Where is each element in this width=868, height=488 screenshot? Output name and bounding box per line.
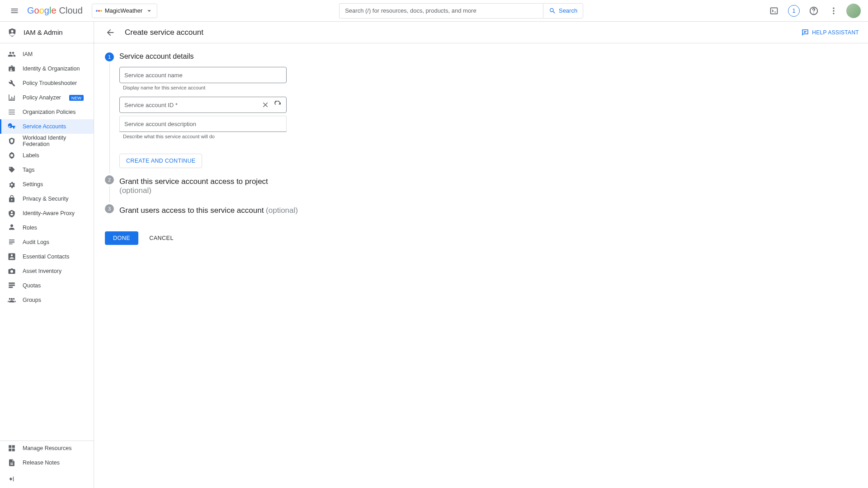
content-header: Create service account HELP ASSISTANT <box>94 22 868 43</box>
sidebar-item-label: Groups <box>23 297 41 303</box>
project-name: MagicWeather <box>105 7 143 14</box>
step-3-title: Grant users access to this service accou… <box>119 204 400 217</box>
service-account-description-input[interactable]: Service account description <box>119 116 287 132</box>
sidebar-item-label: Audit Logs <box>23 239 49 245</box>
menu-icon <box>10 6 19 15</box>
sidebar-item-label: Quotas <box>23 282 41 289</box>
sidebar-item-release-notes[interactable]: Release Notes <box>0 455 94 470</box>
arrow-back-icon <box>105 28 115 38</box>
desc-hint: Describe what this service account will … <box>123 134 400 139</box>
sidebar-item-groups[interactable]: Groups <box>0 293 94 307</box>
chevron-down-icon <box>145 7 153 15</box>
logs-icon <box>7 238 16 247</box>
chat-icon <box>801 28 809 37</box>
inventory-icon <box>7 267 16 276</box>
step-2[interactable]: 2 Grant this service account access to p… <box>105 175 400 204</box>
sidebar-item-tags[interactable]: Tags <box>0 163 94 177</box>
sidebar-item-policy-troubleshooter[interactable]: Policy Troubleshooter <box>0 76 94 90</box>
content: Create service account HELP ASSISTANT 1 … <box>94 22 868 488</box>
sidebar-item-label: Release Notes <box>23 460 60 466</box>
project-dots-icon <box>96 10 102 12</box>
step-2-title: Grant this service account access to pro… <box>119 175 400 197</box>
wrench-icon <box>7 79 16 88</box>
cloud-shell-button[interactable] <box>765 2 783 20</box>
sidebar-item-manage-resources[interactable]: Manage Resources <box>0 441 94 455</box>
project-selector[interactable]: MagicWeather <box>92 4 158 18</box>
sidebar-item-label: Privacy & Security <box>23 196 68 202</box>
name-hint: Display name for this service account <box>123 85 400 90</box>
sidebar-item-quotas[interactable]: Quotas <box>0 278 94 293</box>
search-input[interactable]: Search (/) for resources, docs, products… <box>339 3 543 19</box>
tag-icon <box>7 165 16 174</box>
sidebar-item-essential-contacts[interactable]: Essential Contacts <box>0 249 94 264</box>
sidebar-item-label: Asset Inventory <box>23 268 61 274</box>
sidebar: IAM & Admin IAMIdentity & OrganizationPo… <box>0 22 94 488</box>
clear-id-button[interactable] <box>260 99 271 110</box>
google-cloud-logo[interactable]: Google Cloud <box>27 5 83 16</box>
trial-status-button[interactable]: 1 <box>785 2 803 20</box>
search-button[interactable]: Search <box>543 3 583 19</box>
new-badge: NEW <box>69 95 84 101</box>
svg-point-3 <box>833 10 834 11</box>
sidebar-item-iam[interactable]: IAM <box>0 47 94 61</box>
sidebar-item-settings[interactable]: Settings <box>0 177 94 192</box>
sidebar-item-asset-inventory[interactable]: Asset Inventory <box>0 264 94 278</box>
regenerate-id-button[interactable] <box>273 99 283 110</box>
sidebar-item-identity-aware-proxy[interactable]: Identity-Aware Proxy <box>0 206 94 221</box>
done-button[interactable]: DONE <box>105 231 138 245</box>
account-button[interactable] <box>844 2 863 20</box>
sidebar-item-organization-policies[interactable]: Organization Policies <box>0 105 94 119</box>
sidebar-item-service-accounts[interactable]: Service Accounts <box>0 119 94 134</box>
sidebar-item-label: Tags <box>23 167 34 173</box>
badge-icon <box>7 64 16 73</box>
label-icon <box>7 151 16 160</box>
sidebar-item-policy-analyzer[interactable]: Policy AnalyzerNEW <box>0 90 94 105</box>
step-1-title: Service account details <box>119 52 400 61</box>
sidebar-item-roles[interactable]: Roles <box>0 221 94 235</box>
close-icon <box>261 101 269 109</box>
more-vert-icon <box>829 6 838 15</box>
refresh-icon <box>274 101 282 109</box>
sidebar-item-label: Essential Contacts <box>23 253 70 260</box>
step-1: 1 Service account details Service accoun… <box>105 52 400 175</box>
iam-shield-icon <box>7 28 17 38</box>
back-button[interactable] <box>103 25 118 40</box>
sidebar-item-label: Identity & Organization <box>23 66 80 72</box>
sidebar-item-label: Organization Policies <box>23 109 75 115</box>
sidebar-item-labels[interactable]: Labels <box>0 148 94 163</box>
svg-point-2 <box>833 7 834 9</box>
trial-badge: 1 <box>788 5 800 17</box>
service-account-id-input[interactable]: Service account ID * <box>119 97 287 113</box>
roles-icon <box>7 223 16 232</box>
sidebar-item-workload-identity-federation[interactable]: Workload Identity Federation <box>0 134 94 148</box>
manage-icon <box>7 444 16 453</box>
avatar <box>846 4 861 18</box>
sidebar-header[interactable]: IAM & Admin <box>0 22 94 43</box>
help-button[interactable] <box>805 2 823 20</box>
hamburger-menu[interactable] <box>5 2 24 20</box>
terminal-icon <box>769 6 778 15</box>
contacts-icon <box>7 252 16 261</box>
sidebar-collapse[interactable] <box>0 470 94 488</box>
analytics-icon <box>7 93 16 102</box>
step-3[interactable]: 3 Grant users access to this service acc… <box>105 204 400 224</box>
federation-icon <box>7 136 16 145</box>
gear-icon <box>7 180 16 189</box>
more-button[interactable] <box>825 2 843 20</box>
cancel-button[interactable]: CANCEL <box>144 231 179 245</box>
service-account-name-input[interactable]: Service account name <box>119 67 287 83</box>
step-2-indicator: 2 <box>105 175 114 184</box>
sidebar-item-audit-logs[interactable]: Audit Logs <box>0 235 94 249</box>
sidebar-title: IAM & Admin <box>24 28 63 36</box>
step-3-indicator: 3 <box>105 204 114 213</box>
collapse-icon <box>7 475 15 483</box>
page-title: Create service account <box>125 28 203 37</box>
svg-rect-0 <box>771 8 778 14</box>
help-assistant-button[interactable]: HELP ASSISTANT <box>801 28 859 37</box>
sidebar-item-privacy-security[interactable]: Privacy & Security <box>0 192 94 206</box>
sidebar-item-label: IAM <box>23 51 33 57</box>
sidebar-item-identity-organization[interactable]: Identity & Organization <box>0 61 94 76</box>
key-icon <box>7 122 16 131</box>
create-and-continue-button[interactable]: CREATE AND CONTINUE <box>119 154 202 168</box>
quota-icon <box>7 281 16 290</box>
